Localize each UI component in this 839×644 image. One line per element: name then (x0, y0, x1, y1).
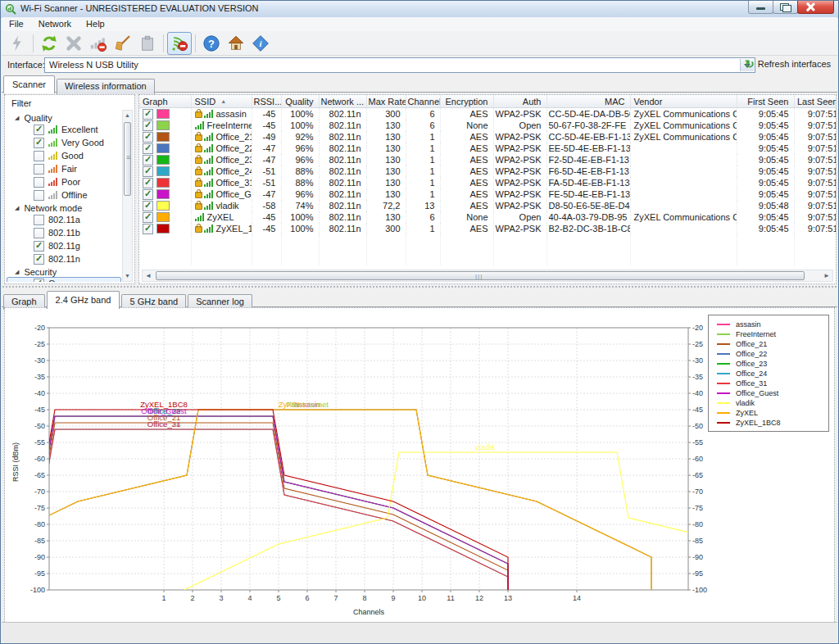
column-header-first-seen[interactable]: First Seen (737, 95, 794, 108)
graph-checkbox[interactable] (143, 224, 153, 234)
refresh-interfaces-button[interactable]: ↻ Refresh interfaces (745, 59, 831, 69)
legend-line-icon (717, 343, 730, 345)
checkbox[interactable] (34, 215, 44, 225)
table-row[interactable]: Office_Guest-4796%802.11n1301AESWPA2-PSK… (139, 188, 837, 200)
column-header-auth[interactable]: Auth (493, 95, 546, 108)
checkbox[interactable] (34, 254, 44, 265)
table-horizontal-scrollbar[interactable]: ◄ ► (142, 270, 833, 282)
legend-label: ZyXEL (736, 409, 758, 417)
graph-checkbox[interactable] (143, 166, 153, 177)
table-row[interactable]: ZyXEL-45100%802.11n1306NoneOpen40-4A-03-… (139, 211, 837, 223)
scroll-right-icon[interactable]: ► (821, 270, 832, 281)
checkbox[interactable] (34, 138, 44, 148)
filter-item-802-11a[interactable]: 802.11a (7, 213, 121, 226)
band-tab-2-4-ghz-band[interactable]: 2.4 GHz band (47, 291, 120, 309)
filter-item-very-good[interactable]: Very Good (7, 136, 121, 149)
graph-checkbox[interactable] (143, 189, 153, 200)
menu-network[interactable]: Network (31, 17, 79, 31)
column-header-quality[interactable]: Quality (281, 95, 319, 108)
menu-file[interactable]: File (2, 17, 31, 31)
column-header-max-rate[interactable]: Max Rate (366, 95, 406, 108)
column-header-network-[interactable]: Network ... (319, 95, 366, 108)
scrollbar-thumb[interactable] (124, 122, 131, 196)
column-header-encryption[interactable]: Encryption (440, 95, 493, 108)
filter-item-fair[interactable]: Fair (7, 162, 121, 175)
about-button[interactable]: i (248, 32, 273, 55)
home-button[interactable] (224, 32, 248, 55)
collapse-triangle-icon[interactable]: ◢ (15, 269, 19, 275)
paste-button[interactable] (135, 32, 160, 55)
interface-select[interactable]: Wireless N USB Utility (44, 57, 755, 73)
filter-group-quality[interactable]: ◢Quality (7, 111, 121, 123)
filter-item-good[interactable]: Good (7, 149, 121, 162)
collapse-triangle-icon[interactable]: ◢ (15, 115, 19, 121)
graph-checkbox[interactable] (143, 212, 153, 223)
filter-item-802-11g[interactable]: 802.11g (7, 239, 121, 252)
graph-checkbox[interactable] (143, 120, 153, 131)
maximize-button[interactable] (773, 1, 798, 14)
column-header-ssid[interactable]: SSID▲ (191, 95, 252, 108)
stop-scan-button[interactable] (167, 32, 192, 55)
scroll-up-icon[interactable]: ▲ (123, 111, 132, 120)
table-row[interactable]: Office_22-4796%802.11n1301AESWPA2-PSKEE-… (139, 143, 837, 154)
remove-signal-button[interactable] (86, 32, 111, 55)
filter-item-802-11b[interactable]: 802.11b (7, 226, 121, 239)
table-row[interactable]: vladik-5874%802.11n72,213AESWPA2-PSKD8-5… (139, 200, 837, 211)
graph-checkbox[interactable] (143, 178, 153, 188)
table-row[interactable]: Office_23-4796%802.11n1301AESWPA2-PSKF2-… (139, 154, 837, 166)
table-row[interactable]: Office_31-5188%802.11n1301AESWPA2-PSKFA-… (139, 177, 837, 188)
encryption-cell: AES (440, 108, 493, 120)
filter-item-poor[interactable]: Poor (7, 175, 121, 188)
checkbox[interactable] (34, 241, 44, 252)
scroll-down-icon[interactable]: ▼ (123, 271, 132, 281)
tab-scanner[interactable]: Scanner (3, 75, 55, 93)
column-header-rssi-[interactable]: RSSI... (252, 95, 281, 108)
filter-group-network-mode[interactable]: ◢Network mode (7, 202, 121, 213)
table-row[interactable]: FreeInternet-45100%802.11n1306NoneOpen50… (139, 120, 837, 131)
collapse-triangle-icon[interactable]: ◢ (15, 205, 19, 211)
checkbox[interactable] (34, 151, 44, 161)
column-header-graph[interactable]: Graph (139, 95, 191, 108)
checkbox[interactable] (34, 125, 44, 135)
graph-checkbox[interactable] (143, 132, 153, 143)
column-header-vendor[interactable]: Vendor (630, 95, 737, 108)
scrollbar-thumb[interactable] (156, 271, 805, 280)
table-row[interactable]: Office_21-4992%802.11n1301AESWPA2-PSKCC-… (139, 131, 837, 143)
table-row[interactable]: Office_24-5188%802.11n1301AESWPA2-PSKF6-… (139, 166, 837, 177)
checkbox[interactable] (34, 190, 44, 201)
filter-item-802-11n[interactable]: 802.11n (7, 252, 121, 265)
checkbox[interactable] (34, 177, 44, 188)
column-header-mac[interactable]: MAC (546, 95, 630, 108)
lock-signal-icon (195, 190, 213, 198)
refresh-icon (40, 34, 58, 52)
graph-checkbox[interactable] (143, 201, 153, 211)
scroll-left-icon[interactable]: ◄ (143, 270, 154, 281)
column-header-last-seen[interactable]: Last Seen (794, 95, 837, 108)
table-row[interactable]: assasin-45100%802.11n3006AESWPA2-PSKCC-5… (139, 108, 837, 120)
svg-text:-60: -60 (692, 455, 703, 463)
checkbox[interactable] (34, 279, 44, 283)
max-rate-cell: 130 (366, 131, 406, 143)
filter-item-open[interactable]: Open (7, 277, 121, 282)
checkbox[interactable] (34, 228, 44, 238)
close-button[interactable] (797, 1, 834, 14)
checkbox[interactable] (34, 164, 44, 175)
graph-checkbox[interactable] (143, 155, 153, 166)
graph-checkbox[interactable] (143, 143, 153, 154)
filter-scrollbar[interactable]: ▲ ▼ (122, 110, 133, 282)
delete-button[interactable] (61, 32, 86, 55)
color-swatch (156, 166, 170, 176)
menu-help[interactable]: Help (79, 17, 112, 31)
column-header-channel[interactable]: Channel (406, 95, 440, 108)
filter-item-excellent[interactable]: Excellent (7, 123, 121, 136)
filter-group-security[interactable]: ◢Security (7, 265, 121, 277)
tab-wireless-information[interactable]: Wireless information (57, 79, 155, 94)
connect-button[interactable] (5, 32, 29, 55)
table-row[interactable]: ZyXEL_1BC8-45100%802.11n3001AESWPA2-PSKB… (139, 223, 837, 234)
clear-button[interactable] (111, 32, 135, 55)
refresh-button[interactable] (37, 32, 61, 55)
graph-checkbox[interactable] (143, 109, 153, 120)
help-button[interactable]: ? (199, 32, 224, 55)
minimize-button[interactable] (748, 1, 773, 14)
filter-item-offline[interactable]: Offline (7, 188, 121, 202)
